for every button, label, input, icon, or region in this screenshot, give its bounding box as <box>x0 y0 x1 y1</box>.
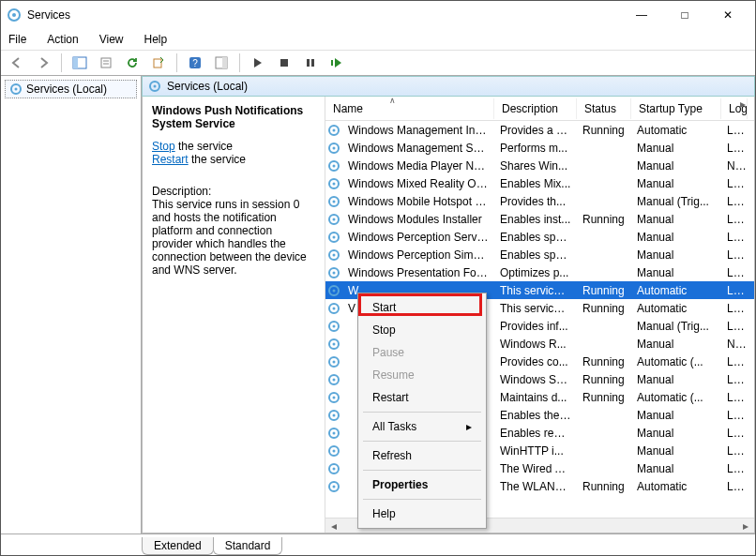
show-hide-tree-button[interactable] <box>69 53 90 73</box>
maximize-button[interactable]: □ <box>663 1 706 29</box>
column-header-description[interactable]: Description <box>494 98 577 119</box>
gear-icon <box>325 391 342 404</box>
export-list-button[interactable] <box>148 53 169 73</box>
help-button[interactable]: ? <box>185 53 205 73</box>
action-pane-button[interactable] <box>211 53 232 73</box>
tree-node-services-local[interactable]: Services (Local) <box>5 80 137 98</box>
gear-icon <box>148 80 161 93</box>
gear-icon <box>325 480 342 493</box>
cell-name: Windows Mobile Hotspot S... <box>342 195 494 208</box>
properties-button[interactable] <box>96 53 116 73</box>
svg-rect-3 <box>73 57 78 68</box>
cell-startup-type: Manual <box>631 248 721 262</box>
context-menu-refresh[interactable]: Refresh <box>361 444 483 467</box>
svg-point-35 <box>333 253 336 256</box>
cell-log-on-as: Loc <box>721 462 748 475</box>
cell-startup-type: Manual <box>631 427 721 440</box>
svg-point-47 <box>333 360 336 363</box>
menu-action[interactable]: Action <box>43 31 82 48</box>
cell-log-on-as: Loc <box>721 444 748 458</box>
restart-service-tail: the service <box>189 153 246 166</box>
stop-service-button[interactable] <box>274 53 295 73</box>
minimize-button[interactable]: — <box>620 1 663 29</box>
service-row[interactable]: Windows Perception ServiceEnables spa...… <box>325 228 754 246</box>
context-menu-help[interactable]: Help <box>361 503 483 525</box>
cell-log-on-as: Loc <box>721 480 748 493</box>
context-menu-restart[interactable]: Restart <box>361 386 483 409</box>
restart-service-link[interactable]: Restart <box>152 153 189 166</box>
svg-point-25 <box>333 164 336 167</box>
refresh-button[interactable] <box>122 53 143 73</box>
tab-extended[interactable]: Extended <box>142 537 214 555</box>
cell-description: Windows R... <box>494 338 577 351</box>
svg-point-53 <box>333 413 336 416</box>
cell-log-on-as: Loc <box>721 302 748 315</box>
context-menu-stop[interactable]: Stop <box>361 319 483 341</box>
column-header-status[interactable]: Status <box>577 98 631 119</box>
menu-help[interactable]: Help <box>141 31 172 48</box>
menu-file[interactable]: File <box>5 31 30 48</box>
context-menu: Start Stop Pause Resume Restart All Task… <box>357 293 487 529</box>
cell-description: Enables the ... <box>494 409 577 422</box>
cell-startup-type: Manual <box>631 338 721 351</box>
cell-startup-type: Manual <box>631 266 721 279</box>
context-menu-properties[interactable]: Properties <box>361 473 483 496</box>
cell-log-on-as: Loc <box>721 213 748 226</box>
restart-service-button[interactable] <box>326 53 347 73</box>
cell-description: Windows Se... <box>494 373 577 386</box>
scroll-left-icon[interactable]: ◂ <box>327 519 340 533</box>
column-header-name[interactable]: Name <box>325 98 494 119</box>
svg-rect-12 <box>280 59 288 67</box>
cell-status: Running <box>577 213 631 226</box>
cell-startup-type: Automatic <box>631 302 721 315</box>
svg-rect-4 <box>101 58 111 68</box>
cell-name: Windows Management Inst... <box>342 124 494 137</box>
column-header-row: ∧ Name Description Status Startup Type L… <box>325 97 754 121</box>
svg-point-39 <box>333 289 336 292</box>
context-menu-start[interactable]: Start <box>361 296 483 319</box>
header-overflow-icon[interactable]: ▸ <box>740 98 753 111</box>
cell-name: Windows Mixed Reality Op... <box>342 177 494 190</box>
sort-indicator-icon: ∧ <box>389 97 396 105</box>
back-button[interactable] <box>7 53 27 73</box>
gear-icon <box>325 284 342 297</box>
cell-startup-type: Automatic (... <box>631 391 721 404</box>
stop-service-link[interactable]: Stop <box>152 140 175 153</box>
service-row[interactable]: Windows Mobile Hotspot S...Provides th..… <box>325 192 754 210</box>
close-button[interactable]: ✕ <box>706 1 749 29</box>
service-row[interactable]: Windows Modules InstallerEnables inst...… <box>325 210 754 228</box>
forward-button[interactable] <box>33 53 53 73</box>
pause-service-button[interactable] <box>300 53 321 73</box>
cell-status: Running <box>577 302 631 315</box>
cell-log-on-as: Loc <box>721 409 748 422</box>
start-service-button[interactable] <box>248 53 268 73</box>
svg-point-27 <box>333 182 336 185</box>
service-row[interactable]: Windows Mixed Reality Op...Enables Mix..… <box>325 174 754 192</box>
cell-status: Running <box>577 284 631 297</box>
cell-startup-type: Manual <box>631 142 721 155</box>
menu-view[interactable]: View <box>96 31 128 48</box>
service-row[interactable]: Windows Perception Simul...Enables spa..… <box>325 246 754 263</box>
service-row[interactable]: Windows Presentation Fou...Optimizes p..… <box>325 263 754 281</box>
description-text: This service runs in session 0 and hosts… <box>152 198 315 277</box>
column-header-startup-type[interactable]: Startup Type <box>631 98 721 119</box>
context-menu-separator <box>363 499 481 500</box>
cell-startup-type: Manual <box>631 409 721 422</box>
console-tree[interactable]: Services (Local) <box>1 76 142 533</box>
services-app-icon <box>7 8 22 23</box>
toolbar: ? <box>1 50 755 76</box>
service-row[interactable]: Windows Management Ser...Performs m...Ma… <box>325 139 754 157</box>
cell-description: Provides inf... <box>494 320 577 333</box>
svg-point-51 <box>333 396 336 398</box>
service-row[interactable]: Windows Media Player Net...Shares Win...… <box>325 157 754 174</box>
cell-description: Maintains d... <box>494 391 577 404</box>
service-row[interactable]: Windows Management Inst...Provides a c..… <box>325 121 754 139</box>
toolbar-separator <box>61 53 62 72</box>
description-label: Description: <box>152 185 315 198</box>
context-menu-all-tasks[interactable]: All Tasks▸ <box>361 415 483 438</box>
tab-standard[interactable]: Standard <box>213 537 283 555</box>
scroll-right-icon[interactable]: ▸ <box>739 519 752 533</box>
cell-log-on-as: Loc <box>721 231 748 244</box>
cell-log-on-as: Loc <box>721 248 748 262</box>
pane-header: Services (Local) <box>142 76 755 97</box>
